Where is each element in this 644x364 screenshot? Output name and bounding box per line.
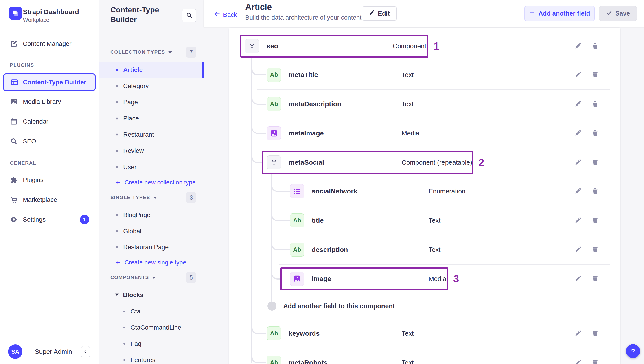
subnav-item-features[interactable]: Features [99,352,204,364]
subnav-item-ctacommandline[interactable]: CtaCommandLine [99,320,204,335]
subnav-item-faq[interactable]: Faq [99,336,204,352]
section-header-single-types: SINGLE TYPES3 [99,191,204,204]
sidebar-item-marketplace[interactable]: Marketplace [0,192,99,208]
delete-field-button[interactable] [590,245,600,255]
trash-icon [592,71,599,79]
sidebar-item-seo[interactable]: SEO [0,133,99,149]
add-another-field-button[interactable]: Add another field [524,6,595,21]
edit-field-button[interactable] [573,328,583,339]
edit-field-button[interactable] [573,70,583,80]
edit-field-button[interactable] [573,186,583,196]
category-label: Blocks [123,291,144,299]
sidebar-item-content-manager[interactable]: Content Manager [0,36,99,52]
pencil-icon [574,217,582,225]
sidebar-item-media-library[interactable]: Media Library [0,94,99,110]
create-new-create-new-collection-type-link[interactable]: +Create new collection type [99,175,204,190]
trash-icon [592,359,599,364]
trash-icon [592,217,599,225]
delete-field-button[interactable] [590,157,600,168]
bullet-icon [116,150,118,152]
edit-field-button[interactable] [573,215,583,226]
delete-field-button[interactable] [590,274,600,284]
delete-field-button[interactable] [590,186,600,196]
subnav-item-page[interactable]: Page [99,94,204,110]
component-field-icon [267,155,281,169]
main-content: Back Article Build the data architecture… [204,0,644,364]
trash-icon [592,246,599,254]
edit-field-button[interactable] [573,99,583,109]
subnav-item-review[interactable]: Review [99,143,204,159]
text-field-icon: Ab [290,243,304,257]
help-button[interactable]: ? [626,344,640,358]
delete-field-button[interactable] [590,357,600,364]
plus-icon: + [116,178,120,187]
subnav-item-blogpage[interactable]: BlogPage [99,207,204,223]
delete-field-button[interactable] [590,41,600,51]
edit-field-button[interactable] [573,274,583,284]
sidebar-item-label: Marketplace [23,196,57,203]
subnav-item-restaurant[interactable]: Restaurant [99,127,204,142]
edit-field-button[interactable] [573,357,583,364]
trash-icon [592,275,599,283]
main-sidebar: Strapi Dashboard Workplace Content Manag… [0,0,99,364]
subnav-item-label: Place [123,115,139,122]
subnav-item-label: BlogPage [123,212,150,219]
text-field-icon: Ab [290,214,304,227]
field-row: AbmetaRobotsText [229,348,620,364]
section-toggle-collection-types[interactable]: COLLECTION TYPES [110,49,172,55]
section-label: SINGLE TYPES [110,195,150,201]
chevron-down-icon [153,195,157,201]
bullet-icon [116,166,118,168]
back-link[interactable]: Back [214,11,237,19]
bullet-icon [124,343,125,345]
delete-field-button[interactable] [590,128,600,138]
strapi-app: Strapi Dashboard Workplace Content Manag… [0,0,644,364]
sidebar-item-plugins[interactable]: Plugins [0,172,99,188]
subnav-item-global[interactable]: Global [99,223,204,239]
delete-field-button[interactable] [590,215,600,226]
create-new-create-new-single-type-link[interactable]: +Create new single type [99,255,204,270]
save-button[interactable]: Save [599,6,637,21]
subnav-item-article[interactable]: Article [99,62,204,78]
subnav-item-place[interactable]: Place [99,111,204,126]
section-toggle-single-types[interactable]: SINGLE TYPES [110,195,157,201]
section-toggle-components[interactable]: COMPONENTS [110,275,156,280]
pencil-icon [574,275,582,283]
subnav-item-user[interactable]: User [99,159,204,175]
subnav-item-cta[interactable]: Cta [99,304,204,319]
sidebar-item-settings[interactable]: Settings1 [0,212,99,228]
delete-field-button[interactable] [590,328,600,339]
collapse-sidebar-button[interactable] [81,346,90,357]
pencil-icon [574,246,582,254]
delete-field-button[interactable] [590,99,600,109]
sidebar-item-content-type-builder[interactable]: Content-Type Builder [3,73,96,91]
edit-field-button[interactable] [573,128,583,138]
pencil-icon [574,159,582,166]
field-type: Component [393,43,426,50]
page-header: Back Article Build the data architecture… [204,0,644,27]
field-row: seoComponent [229,32,620,61]
subnav-item-category[interactable]: Category [99,78,204,94]
edit-field-button[interactable] [573,245,583,255]
bullet-icon [116,230,118,232]
text-field-icon: Ab [267,326,281,340]
field-type: Text [402,359,414,364]
edit-button[interactable]: Edit [362,6,397,21]
pencil-icon [574,129,582,137]
edit-field-button[interactable] [573,41,583,51]
search-button[interactable] [182,9,196,23]
add-field-label: Add another field [538,10,590,17]
field-row: imageMedia [229,264,620,293]
component-category-blocks[interactable]: Blocks [99,287,204,303]
add-field-to-component-button[interactable]: +Add another field to this component [229,296,620,316]
action-label: Create new single type [124,259,186,266]
field-row: AbdescriptionText [229,235,620,264]
subnav-item-restaurantpage[interactable]: RestaurantPage [99,239,204,255]
section-count-badge: 3 [186,192,196,203]
sidebar-item-calendar[interactable]: Calendar [0,113,99,130]
delete-field-button[interactable] [590,70,600,80]
pencil-icon [369,10,375,17]
text-field-icon: Ab [267,68,281,82]
user-name: Super Admin [35,348,72,355]
edit-field-button[interactable] [573,157,583,168]
